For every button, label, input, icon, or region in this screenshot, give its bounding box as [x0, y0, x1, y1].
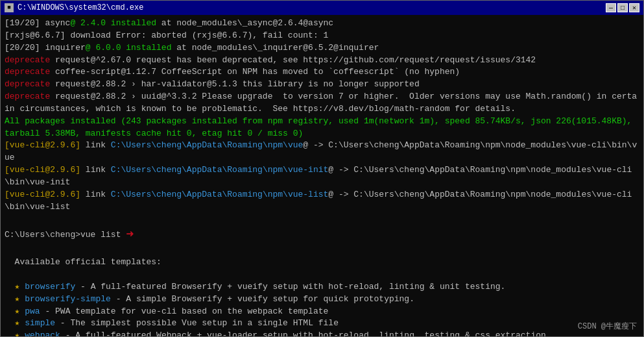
- console-line-4: deprecate request@^2.67.0 request has be…: [5, 55, 639, 67]
- console-line-15: Available official templates:: [5, 256, 639, 269]
- title-bar-buttons[interactable]: — □ ✕: [606, 3, 639, 12]
- console-line-13: C:\Users\cheng>vue list ➜: [5, 225, 639, 244]
- console-line-1: [19/20] async@ 2.4.0 installed at node_m…: [5, 18, 639, 30]
- close-button[interactable]: ✕: [629, 3, 639, 12]
- cmd-icon: ■: [5, 3, 14, 12]
- console-line-19: ★ pwa - PWA template for vue-cli based o…: [5, 306, 639, 318]
- maximize-button[interactable]: □: [617, 3, 628, 12]
- title-bar-left: ■ C:\WINDOWS\system32\cmd.exe: [5, 3, 143, 12]
- console-line-8: All packages installed (243 packages ins…: [5, 116, 639, 140]
- console-line-11: [vue-cli@2.9.6] link C:\Users\cheng\AppD…: [5, 189, 639, 214]
- console-line-7: deprecate request@2.88.2 › uuid@^3.3.2 P…: [5, 91, 639, 116]
- console-body: [19/20] async@ 2.4.0 installed at node_m…: [1, 15, 643, 336]
- console-line-5: deprecate coffee-script@1.12.7 CoffeeScr…: [5, 66, 639, 79]
- console-line-21: ★ webpack - A full-featured Webpack + vu…: [5, 330, 639, 336]
- minimize-button[interactable]: —: [606, 3, 616, 12]
- cmd-window: ■ C:\WINDOWS\system32\cmd.exe — □ ✕ [19/…: [0, 0, 644, 337]
- console-line-2: [rxjs@6.6.7] download Error: aborted (rx…: [5, 30, 639, 42]
- console-line-10: [vue-cli@2.9.6] link C:\Users\cheng\AppD…: [5, 164, 639, 189]
- console-line-17: ★ browserify - A full-featured Browserif…: [5, 281, 639, 293]
- console-line-9: [vue-cli@2.9.6] link C:\Users\cheng\AppD…: [5, 140, 639, 164]
- console-line-16: [5, 269, 639, 281]
- watermark: CSDN @牛魔瘦下: [578, 321, 637, 332]
- console-line-6: deprecate request@2.88.2 › har-validator…: [5, 79, 639, 91]
- console-line-12: [5, 214, 639, 226]
- console-line-3: [20/20] inquirer@ 6.0.0 installed at nod…: [5, 42, 639, 55]
- console-line-18: ★ browserify-simple - A simple Browserif…: [5, 293, 639, 306]
- title-bar: ■ C:\WINDOWS\system32\cmd.exe — □ ✕: [1, 1, 643, 15]
- console-line-20: ★ simple - The simplest possible Vue set…: [5, 318, 639, 330]
- console-line-14: [5, 244, 639, 256]
- window-title: C:\WINDOWS\system32\cmd.exe: [18, 3, 143, 12]
